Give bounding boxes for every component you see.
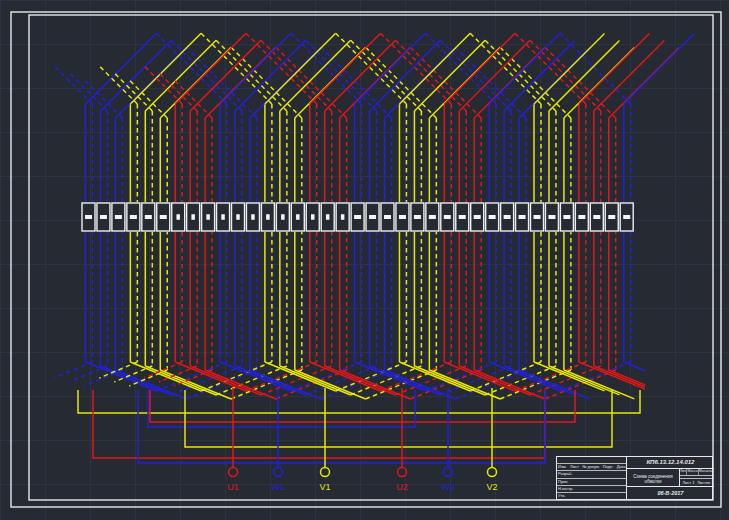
terminal-circle-U2 [398, 468, 407, 477]
terminal-circle-W2 [444, 468, 453, 477]
terminal-label-U2: U2 [396, 482, 408, 492]
row-razrab: Разраб. [557, 471, 573, 477]
slot-marker [160, 215, 167, 219]
end-turn-top-rise [310, 33, 381, 104]
end-turn-top-rise [100, 40, 171, 111]
slot-marker [296, 214, 300, 220]
doc-number: КП6.13.12.14.012 [627, 457, 714, 469]
slot-marker [399, 215, 406, 219]
outer-frame [11, 12, 721, 507]
bus-red [93, 390, 545, 458]
terminal-label-V1: V1 [319, 482, 330, 492]
scale-label: Масштаб [699, 469, 714, 475]
end-turn-top-rise [414, 40, 485, 111]
slot-marker [369, 215, 376, 219]
col-data: Дата [616, 464, 626, 470]
col-podp: Подп. [602, 464, 614, 470]
drawing-title: Схема соединения обмотки [627, 469, 680, 486]
end-turn-top-rise [145, 40, 216, 111]
end-turn-stub [534, 34, 605, 105]
mass-label: Масса [687, 469, 698, 475]
end-turn-top-rise [265, 33, 336, 104]
terminals: U1W1V1U2W2V2 [227, 388, 497, 492]
slot-marker [578, 215, 585, 219]
end-turn-top-rise [175, 33, 246, 104]
slot-marker [608, 215, 615, 219]
bus-yellow [78, 390, 640, 413]
slot-marker [251, 214, 255, 220]
terminal-label-U1: U1 [227, 482, 239, 492]
row-utv: Утв. [557, 493, 567, 499]
col-izm: Изм. [557, 464, 567, 470]
slot-marker [266, 214, 270, 220]
title-block-main: КП6.13.12.14.012 Схема соединения обмотк… [627, 457, 714, 499]
slot-marker [354, 215, 361, 219]
lit-label: Лит. [680, 469, 687, 475]
terminal-circle-V1 [321, 468, 330, 477]
slot-marker [191, 214, 195, 220]
title-block: Изм. Лист № докум. Подп. Дата Разраб. Пр… [556, 456, 713, 500]
terminal-label-W1: W1 [271, 482, 285, 492]
slot-marker [548, 215, 555, 219]
slot-marker [221, 214, 225, 220]
slot-marker [326, 214, 330, 220]
slot-marker [341, 214, 345, 220]
slot-marker [130, 215, 137, 219]
end-turn-top-rise [280, 40, 351, 111]
end-turn-stub [55, 66, 93, 104]
slot-marker [85, 215, 92, 219]
slot-marker [474, 215, 481, 219]
terminal-circle-V2 [488, 468, 497, 477]
terminal-label-V2: V2 [486, 482, 497, 492]
slot-marker [459, 215, 466, 219]
terminal-circle-U1 [229, 468, 238, 477]
col-list: Лист [569, 464, 579, 470]
winding-diagram: U1W1V1U2W2V2 [0, 0, 729, 520]
end-turn-stub [624, 362, 645, 371]
col-docum: № докум. [581, 464, 600, 470]
title-block-revision-table: Изм. Лист № докум. Подп. Дата Разраб. Пр… [557, 457, 627, 499]
end-turn-top-rise [355, 33, 426, 104]
end-turn-top-rise [370, 40, 441, 111]
slot-strip [80, 202, 637, 232]
end-turn-top-rise [130, 33, 201, 104]
slot-marker [384, 215, 391, 219]
end-turn-stub [579, 34, 650, 105]
end-turn-stub [504, 41, 574, 112]
end-turn-top-rise [190, 40, 261, 111]
end-turn-stub [549, 41, 620, 112]
terminal-label-W2: W2 [441, 482, 455, 492]
end-turn-stub [609, 370, 645, 385]
slot-marker [281, 214, 285, 220]
end-turn-stub [594, 366, 645, 387]
slot-marker [444, 215, 451, 219]
end-turn-top-rise [220, 33, 291, 104]
end-turn-top-rise [459, 40, 530, 111]
terminal-circle-W1 [274, 468, 283, 477]
slot-marker [100, 215, 107, 219]
end-turn-stub [594, 41, 665, 112]
slot-marker [623, 215, 630, 219]
end-turn-bottom-rise [115, 370, 186, 399]
slot-marker [504, 215, 511, 219]
end-turn-top-rise [489, 33, 560, 104]
sheet-count: Листов 1 [697, 479, 714, 486]
end-turn-top-rise [399, 33, 470, 104]
slot-marker [176, 214, 180, 220]
end-turn-top-rise [235, 40, 306, 111]
slot-marker [236, 214, 240, 220]
slot-marker [414, 215, 421, 219]
slot-marker [429, 215, 436, 219]
slot-marker [489, 215, 496, 219]
end-turn-top-rise [325, 40, 396, 111]
slot-marker [311, 214, 315, 220]
slot-marker [115, 215, 122, 219]
row-prov: Пров. [557, 479, 570, 485]
cad-drawing-canvas[interactable]: U1W1V1U2W2V2 Изм. Лист № докум. Подп. Да… [0, 0, 729, 520]
end-turn-top-rise [86, 33, 157, 104]
slot-marker [534, 215, 541, 219]
drawing-code: 06-В-2017 [627, 486, 714, 499]
slot-marker [563, 215, 570, 219]
end-turn-stub [624, 34, 695, 105]
slot-marker [519, 215, 526, 219]
